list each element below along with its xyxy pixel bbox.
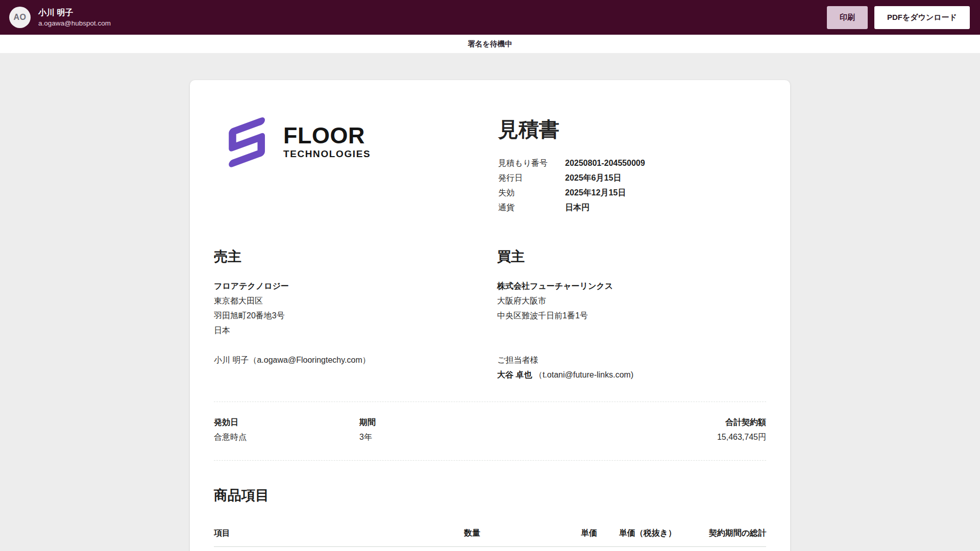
buyer-address-line: 中央区難波千日前1番1号 [497,308,766,323]
quote-number-value: 20250801-204550009 [565,156,645,170]
effective-date-label: 発効日 [214,415,359,430]
currency-row: 通貨 日本円 [498,200,766,215]
quote-info: 見積書 見積もり番号 20250801-204550009 発行日 2025年6… [498,116,766,215]
buyer-contact-name: 大谷 卓也 [497,370,532,379]
table-row: リアルタイムアナリティクスとダッシュボード 発効日から開始、3年間年次請求 10… [214,547,766,551]
user-info: AO 小川 明子 a.ogawa@hubspot.com [9,7,111,28]
divider [214,460,766,461]
col-qty: 数量 [409,528,480,539]
period-cell: 期間 3年 [359,415,505,444]
quote-number-row: 見積もり番号 20250801-204550009 [498,156,766,170]
signature-status-bar: 署名を待機中 [0,35,980,53]
company-logo: FLOOR TECHNOLOGIES [214,116,371,215]
items-table-header: 項目 数量 単価 単価（税抜き） 契約期間の総計 [214,528,766,547]
col-term-total: 契約期間の総計 [676,528,766,539]
parties-section: 売主 フロアテクノロジー 東京都大田区 羽田旭町20番地3号 日本 小川 明子（… [214,247,766,382]
buyer-heading: 買主 [497,247,766,266]
status-text: 署名を待機中 [468,39,512,49]
header-actions: 印刷 PDFをダウンロード [827,6,970,29]
period-value: 3年 [359,430,505,444]
issue-date-row: 発行日 2025年6月15日 [498,170,766,185]
buyer-contact-label: ご担当者様 [497,353,766,367]
quote-document-card: FLOOR TECHNOLOGIES 見積書 見積もり番号 20250801-2… [190,80,790,551]
currency-value: 日本円 [565,200,590,215]
items-table: 項目 数量 単価 単価（税抜き） 契約期間の総計 リアルタイムアナリティクスとダ… [214,528,766,551]
download-pdf-button[interactable]: PDFをダウンロード [874,6,970,29]
currency-label: 通貨 [498,200,565,215]
user-email: a.ogawa@hubspot.com [38,19,111,27]
buyer-address-line: 大阪府大阪市 [497,293,766,308]
col-unit-price-excl-tax: 単価（税抜き） [597,528,676,539]
col-unit-price: 単価 [480,528,597,539]
buyer-contact-email: （t.otani@future-links.com) [534,370,633,379]
total-contract-value: 15,463,745円 [717,430,766,444]
logo-line2: TECHNOLOGIES [283,148,371,160]
issue-date-label: 発行日 [498,170,565,185]
seller-company: フロアテクノロジー [214,279,497,293]
quote-title: 見積書 [498,117,766,141]
avatar: AO [9,7,31,28]
logo-line1: FLOOR [283,124,371,147]
buyer-company: 株式会社フューチャーリンクス [497,279,766,293]
issue-date-value: 2025年6月15日 [565,170,621,185]
seller-address-line: 日本 [214,323,497,338]
user-text: 小川 明子 a.ogawa@hubspot.com [38,8,111,27]
effective-date-value: 合意時点 [214,430,359,444]
buyer-contact: 大谷 卓也 （t.otani@future-links.com) [497,367,766,382]
items-section-heading: 商品項目 [214,486,766,505]
quote-number-label: 見積もり番号 [498,156,565,170]
seller-contact: 小川 明子（a.ogawa@Flooringtechy.com） [214,353,497,367]
avatar-initials: AO [14,13,27,22]
effective-date-cell: 発効日 合意時点 [214,415,359,444]
period-label: 期間 [359,415,505,430]
top-bar: AO 小川 明子 a.ogawa@hubspot.com 印刷 PDFをダウンロ… [0,0,980,35]
total-contract-label: 合計契約額 [717,415,766,430]
buyer-block: 買主 株式会社フューチャーリンクス 大阪府大阪市 中央区難波千日前1番1号 ご担… [497,247,766,382]
col-item: 項目 [214,528,409,539]
expiry-date-value: 2025年12月15日 [565,185,626,200]
seller-address-line: 羽田旭町20番地3号 [214,308,497,323]
page-body: FLOOR TECHNOLOGIES 見積書 見積もり番号 20250801-2… [0,53,980,551]
seller-block: 売主 フロアテクノロジー 東京都大田区 羽田旭町20番地3号 日本 小川 明子（… [214,247,497,382]
seller-address-line: 東京都大田区 [214,293,497,308]
expiry-date-label: 失効 [498,185,565,200]
seller-heading: 売主 [214,247,497,266]
print-button[interactable]: 印刷 [827,6,868,29]
floor-logo-icon [215,116,275,171]
contract-terms-row: 発効日 合意時点 期間 3年 合計契約額 15,463,745円 [214,402,766,456]
logo-wordmark: FLOOR TECHNOLOGIES [283,124,371,160]
document-header: FLOOR TECHNOLOGIES 見積書 見積もり番号 20250801-2… [214,116,766,215]
total-contract-cell: 合計契約額 15,463,745円 [717,415,766,444]
expiry-date-row: 失効 2025年12月15日 [498,185,766,200]
user-name: 小川 明子 [38,8,111,17]
